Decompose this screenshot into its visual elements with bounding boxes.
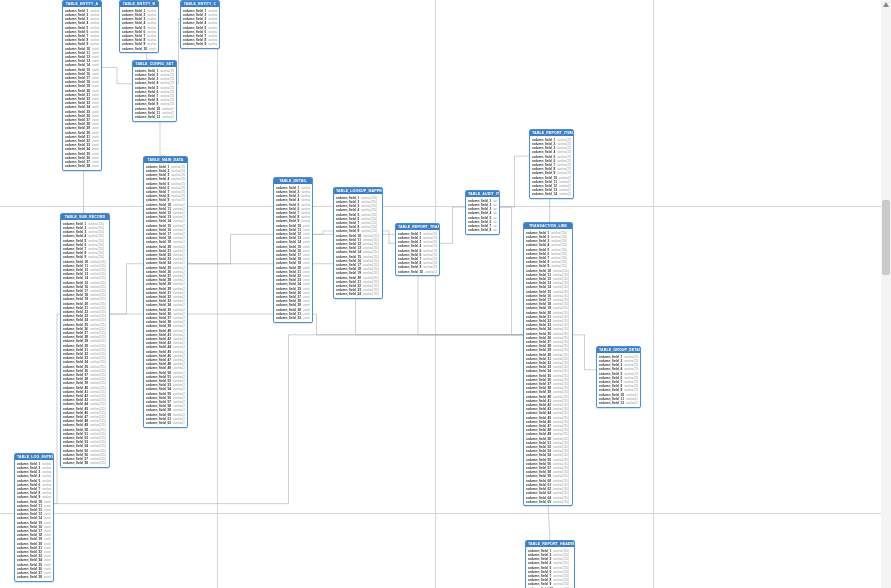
entity-column: column_field_14varchar(255) [532, 192, 571, 196]
entity-column: column_field_12varchar(255) [135, 115, 174, 119]
entity-column: column_field_58varchar(255) [63, 461, 107, 465]
entity-columns: column_field_1varchar(255)column_field_2… [15, 460, 53, 581]
column-name: column_field_62 [146, 421, 171, 425]
column-name: column_field_10 [122, 47, 147, 51]
column-name: column_field_38 [65, 164, 90, 168]
entity-columns: column_field_1varchar(255)column_field_2… [120, 7, 158, 52]
column-name: column_field_9 [183, 42, 206, 46]
scrollbar-thumb[interactable] [882, 200, 890, 275]
entity-e8[interactable]: TABLE_DETAILcolumn_field_1varchar(255)co… [273, 177, 313, 323]
entity-columns: column_field_1varchar(255)column_field_2… [524, 229, 572, 505]
column-type: varchar(255) [149, 47, 156, 51]
entity-column: column_field_38varchar(255) [65, 164, 99, 168]
column-type: varchar(255) [425, 270, 437, 274]
column-name: column_field_32 [276, 316, 301, 320]
entity-columns: column_field_1varchar(255)column_field_2… [334, 194, 382, 298]
entity-columns: column_field_1varchar(255)column_field_2… [133, 67, 176, 120]
guide-vertical [653, 0, 654, 588]
column-name: column_field_28 [17, 575, 42, 579]
entity-columns: column_field_1varchar(255)column_field_2… [466, 197, 499, 234]
entity-column: column_field_62varchar(255) [146, 421, 185, 425]
entity-e4[interactable]: TABLE_CONFIG_SETcolumn_field_1varchar(25… [132, 60, 177, 122]
entity-column: column_field_65varchar(255) [526, 500, 570, 504]
scroll-up-icon[interactable] [883, 2, 889, 7]
guide-horizontal [0, 206, 891, 207]
entity-e14[interactable]: TABLE_GROUP_DETAILcolumn_field_1varchar(… [596, 346, 641, 408]
column-type: varchar(255) [44, 575, 51, 579]
column-type: varchar(255) [493, 228, 497, 232]
column-name: column_field_10 [398, 270, 423, 274]
column-name: column_field_58 [63, 461, 88, 465]
entity-column: column_field_12varchar(255) [599, 401, 638, 405]
entity-e7[interactable]: TABLE_LOG_ENTRYcolumn_field_1varchar(255… [14, 453, 54, 582]
entity-column: column_field_10varchar(255) [398, 270, 437, 274]
column-name: column_field_14 [532, 192, 557, 196]
column-type: varchar(255) [90, 461, 106, 465]
column-type: varchar(255) [626, 401, 638, 405]
column-name: column_field_8 [468, 228, 491, 232]
column-type: varchar(255) [363, 292, 379, 296]
entity-columns: column_field_1varchar(255)column_field_2… [144, 163, 187, 427]
column-name: column_field_24 [336, 292, 361, 296]
entity-e6[interactable]: TABLE_SUB_RECORDcolumn_field_1varchar(25… [60, 213, 110, 468]
entity-columns: column_field_1varchar(255)column_field_2… [396, 230, 439, 275]
entity-columns: column_field_1varchar(255)column_field_2… [530, 136, 573, 198]
column-type: varchar(255) [553, 500, 569, 504]
entity-column: column_field_9varchar(255) [183, 42, 217, 46]
entity-column: column_field_32varchar(255) [276, 316, 310, 320]
entity-e9[interactable]: TABLE_LOOKUP_MAPPINGcolumn_field_1varcha… [333, 187, 383, 299]
column-type: varchar(255) [303, 316, 310, 320]
column-type: varchar(255) [173, 421, 185, 425]
entity-column: column_field_28varchar(255) [17, 575, 51, 579]
entity-columns: column_field_1varchar(255)column_field_2… [526, 547, 574, 588]
entity-column: column_field_24varchar(255) [336, 292, 380, 296]
column-type: varchar(255) [208, 42, 217, 46]
guide-vertical [435, 0, 436, 588]
column-type: varchar(255) [92, 164, 99, 168]
entity-columns: column_field_1varchar(255)column_field_2… [63, 7, 101, 170]
guide-vertical [217, 0, 218, 588]
entity-e1[interactable]: TABLE_ENTITY_Acolumn_field_1varchar(255)… [62, 0, 102, 171]
entity-e3[interactable]: TABLE_ENTITY_Ccolumn_field_1varchar(255)… [180, 0, 220, 49]
entity-e11[interactable]: TABLE_AUDIT_ITEMcolumn_field_1varchar(25… [465, 190, 500, 235]
entity-e13[interactable]: TRANSACTION_LINEcolumn_field_1varchar(25… [523, 222, 573, 506]
column-name: column_field_65 [526, 500, 551, 504]
entity-column: column_field_10varchar(255) [122, 47, 156, 51]
entity-columns: column_field_1varchar(255)column_field_2… [274, 184, 312, 322]
entity-e15[interactable]: TABLE_REPORT_HEADERcolumn_field_1varchar… [525, 540, 575, 588]
entity-column: column_field_8varchar(255) [468, 228, 497, 232]
entity-columns: column_field_1varchar(255)column_field_2… [597, 353, 640, 406]
entity-columns: column_field_1varchar(255)column_field_2… [61, 220, 109, 467]
entity-e2[interactable]: TABLE_ENTITY_Bcolumn_field_1varchar(255)… [119, 0, 159, 53]
column-name: column_field_12 [599, 401, 624, 405]
entity-e5[interactable]: TABLE_MAIN_DATAcolumn_field_1varchar(255… [143, 156, 188, 428]
column-type: varchar(255) [162, 115, 174, 119]
entity-columns: column_field_1varchar(255)column_field_2… [181, 7, 219, 48]
entity-e10[interactable]: TABLE_REPORT_TRANS_MAPcolumn_field_1varc… [395, 223, 440, 276]
entity-e12[interactable]: TABLE_REPORT_ITEMcolumn_field_1varchar(2… [529, 129, 574, 199]
column-name: column_field_12 [135, 115, 160, 119]
column-type: varchar(255) [559, 192, 571, 196]
vertical-scrollbar[interactable] [881, 0, 891, 588]
guide-horizontal [0, 513, 891, 514]
